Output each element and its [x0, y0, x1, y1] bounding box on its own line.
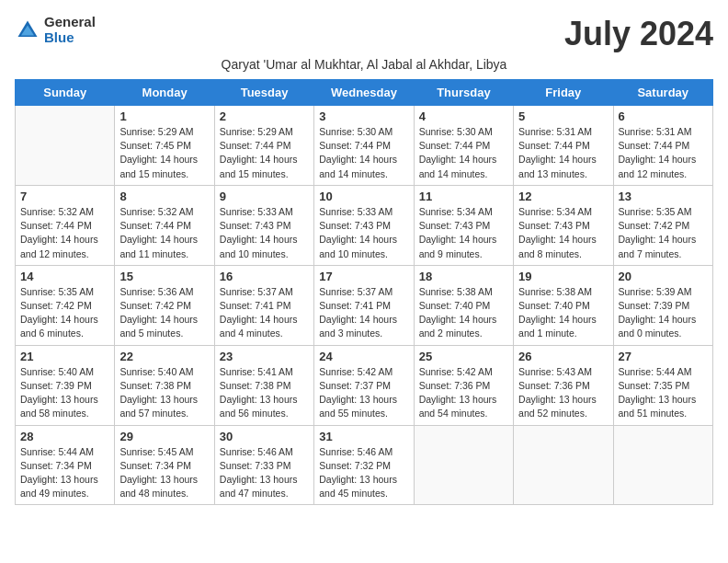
day-cell [514, 425, 613, 505]
day-cell: 9Sunrise: 5:33 AMSunset: 7:43 PMDaylight… [214, 185, 313, 265]
day-number: 20 [619, 270, 708, 283]
day-cell: 27Sunrise: 5:44 AMSunset: 7:35 PMDayligh… [613, 345, 712, 425]
day-cell: 11Sunrise: 5:34 AMSunset: 7:43 PMDayligh… [414, 185, 513, 265]
day-info: Sunrise: 5:30 AMSunset: 7:44 PMDaylight:… [319, 125, 408, 181]
header-sunday: Sunday [16, 80, 115, 106]
day-number: 8 [119, 190, 209, 203]
day-cell: 21Sunrise: 5:40 AMSunset: 7:39 PMDayligh… [16, 345, 115, 425]
location-title: Qaryat 'Umar al Mukhtar, Al Jabal al Akh… [15, 57, 713, 72]
day-info: Sunrise: 5:45 AMSunset: 7:34 PMDaylight:… [119, 445, 209, 501]
day-info: Sunrise: 5:37 AMSunset: 7:41 PMDaylight:… [319, 285, 408, 341]
day-number: 21 [20, 350, 109, 363]
day-number: 28 [20, 430, 109, 443]
day-cell: 20Sunrise: 5:39 AMSunset: 7:39 PMDayligh… [613, 265, 712, 345]
day-info: Sunrise: 5:32 AMSunset: 7:44 PMDaylight:… [20, 205, 109, 261]
day-cell: 2Sunrise: 5:29 AMSunset: 7:44 PMDaylight… [214, 106, 313, 186]
day-number: 17 [319, 270, 408, 283]
day-cell: 7Sunrise: 5:32 AMSunset: 7:44 PMDaylight… [16, 185, 115, 265]
day-cell: 24Sunrise: 5:42 AMSunset: 7:37 PMDayligh… [314, 345, 414, 425]
day-number: 2 [220, 109, 309, 123]
day-number: 19 [518, 270, 608, 283]
day-number: 5 [518, 109, 608, 123]
day-info: Sunrise: 5:36 AMSunset: 7:42 PMDaylight:… [119, 285, 209, 341]
month-title: July 2024 [564, 15, 713, 53]
day-cell: 13Sunrise: 5:35 AMSunset: 7:42 PMDayligh… [613, 185, 712, 265]
week-row-3: 21Sunrise: 5:40 AMSunset: 7:39 PMDayligh… [16, 345, 713, 425]
day-info: Sunrise: 5:31 AMSunset: 7:44 PMDaylight:… [619, 125, 708, 181]
day-number: 9 [220, 190, 309, 203]
day-info: Sunrise: 5:40 AMSunset: 7:39 PMDaylight:… [20, 365, 109, 421]
day-cell: 1Sunrise: 5:29 AMSunset: 7:45 PMDaylight… [115, 106, 214, 186]
day-number: 16 [220, 270, 309, 283]
day-number: 1 [119, 109, 209, 123]
page-header: General Blue July 2024 [15, 15, 713, 53]
day-cell: 18Sunrise: 5:38 AMSunset: 7:40 PMDayligh… [414, 265, 513, 345]
day-cell: 25Sunrise: 5:42 AMSunset: 7:36 PMDayligh… [414, 345, 513, 425]
logo: General Blue [15, 15, 96, 45]
day-info: Sunrise: 5:39 AMSunset: 7:39 PMDaylight:… [619, 285, 708, 341]
header-tuesday: Tuesday [214, 80, 313, 106]
day-cell: 8Sunrise: 5:32 AMSunset: 7:44 PMDaylight… [115, 185, 214, 265]
day-info: Sunrise: 5:38 AMSunset: 7:40 PMDaylight:… [518, 285, 608, 341]
day-cell: 14Sunrise: 5:35 AMSunset: 7:42 PMDayligh… [16, 265, 115, 345]
day-cell: 30Sunrise: 5:46 AMSunset: 7:33 PMDayligh… [214, 425, 313, 505]
day-number: 4 [419, 109, 508, 123]
day-info: Sunrise: 5:29 AMSunset: 7:44 PMDaylight:… [220, 125, 309, 181]
day-info: Sunrise: 5:32 AMSunset: 7:44 PMDaylight:… [119, 205, 209, 261]
day-info: Sunrise: 5:33 AMSunset: 7:43 PMDaylight:… [220, 205, 309, 261]
day-info: Sunrise: 5:44 AMSunset: 7:35 PMDaylight:… [619, 365, 708, 421]
day-cell: 17Sunrise: 5:37 AMSunset: 7:41 PMDayligh… [314, 265, 414, 345]
day-number: 31 [319, 430, 408, 443]
day-info: Sunrise: 5:41 AMSunset: 7:38 PMDaylight:… [220, 365, 309, 421]
day-info: Sunrise: 5:31 AMSunset: 7:44 PMDaylight:… [518, 125, 608, 181]
day-info: Sunrise: 5:40 AMSunset: 7:38 PMDaylight:… [119, 365, 209, 421]
day-cell: 10Sunrise: 5:33 AMSunset: 7:43 PMDayligh… [314, 185, 414, 265]
header-monday: Monday [115, 80, 214, 106]
day-cell: 4Sunrise: 5:30 AMSunset: 7:44 PMDaylight… [414, 106, 513, 186]
calendar: SundayMondayTuesdayWednesdayThursdayFrid… [15, 79, 713, 505]
day-number: 30 [220, 430, 309, 443]
header-saturday: Saturday [613, 80, 712, 106]
day-number: 27 [619, 350, 708, 363]
day-number: 22 [119, 350, 209, 363]
day-cell: 22Sunrise: 5:40 AMSunset: 7:38 PMDayligh… [115, 345, 214, 425]
day-info: Sunrise: 5:43 AMSunset: 7:36 PMDaylight:… [518, 365, 608, 421]
day-info: Sunrise: 5:35 AMSunset: 7:42 PMDaylight:… [619, 205, 708, 261]
logo-blue: Blue [44, 30, 96, 46]
day-number: 6 [619, 109, 708, 123]
day-info: Sunrise: 5:34 AMSunset: 7:43 PMDaylight:… [419, 205, 508, 261]
day-cell: 19Sunrise: 5:38 AMSunset: 7:40 PMDayligh… [514, 265, 613, 345]
day-number: 23 [220, 350, 309, 363]
day-number: 25 [419, 350, 508, 363]
week-row-2: 14Sunrise: 5:35 AMSunset: 7:42 PMDayligh… [16, 265, 713, 345]
day-cell: 6Sunrise: 5:31 AMSunset: 7:44 PMDaylight… [613, 106, 712, 186]
day-number: 12 [518, 190, 608, 203]
day-info: Sunrise: 5:42 AMSunset: 7:37 PMDaylight:… [319, 365, 408, 421]
day-cell: 5Sunrise: 5:31 AMSunset: 7:44 PMDaylight… [514, 106, 613, 186]
day-info: Sunrise: 5:37 AMSunset: 7:41 PMDaylight:… [220, 285, 309, 341]
day-info: Sunrise: 5:46 AMSunset: 7:32 PMDaylight:… [319, 445, 408, 501]
week-row-0: 1Sunrise: 5:29 AMSunset: 7:45 PMDaylight… [16, 106, 713, 186]
calendar-header-row: SundayMondayTuesdayWednesdayThursdayFrid… [16, 80, 713, 106]
day-info: Sunrise: 5:29 AMSunset: 7:45 PMDaylight:… [119, 125, 209, 181]
day-cell [613, 425, 712, 505]
day-info: Sunrise: 5:42 AMSunset: 7:36 PMDaylight:… [419, 365, 508, 421]
day-cell [414, 425, 513, 505]
day-number: 18 [419, 270, 508, 283]
day-cell: 29Sunrise: 5:45 AMSunset: 7:34 PMDayligh… [115, 425, 214, 505]
day-info: Sunrise: 5:44 AMSunset: 7:34 PMDaylight:… [20, 445, 109, 501]
day-cell: 28Sunrise: 5:44 AMSunset: 7:34 PMDayligh… [16, 425, 115, 505]
header-wednesday: Wednesday [314, 80, 414, 106]
logo-text: General Blue [44, 15, 96, 45]
day-number: 11 [419, 190, 508, 203]
day-number: 10 [319, 190, 408, 203]
day-cell: 31Sunrise: 5:46 AMSunset: 7:32 PMDayligh… [314, 425, 414, 505]
day-number: 3 [319, 109, 408, 123]
day-number: 7 [20, 190, 109, 203]
day-cell: 23Sunrise: 5:41 AMSunset: 7:38 PMDayligh… [214, 345, 313, 425]
day-info: Sunrise: 5:34 AMSunset: 7:43 PMDaylight:… [518, 205, 608, 261]
week-row-1: 7Sunrise: 5:32 AMSunset: 7:44 PMDaylight… [16, 185, 713, 265]
day-info: Sunrise: 5:35 AMSunset: 7:42 PMDaylight:… [20, 285, 109, 341]
day-number: 13 [619, 190, 708, 203]
day-info: Sunrise: 5:33 AMSunset: 7:43 PMDaylight:… [319, 205, 408, 261]
